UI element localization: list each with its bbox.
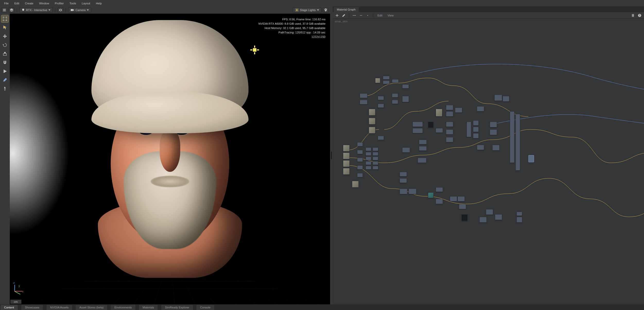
graph-node[interactable] xyxy=(360,100,367,104)
graph-node[interactable] xyxy=(375,78,380,83)
graph-node[interactable] xyxy=(392,93,398,98)
graph-node[interactable] xyxy=(503,96,509,102)
mg-menu-view[interactable]: View xyxy=(386,13,395,17)
pause-icon[interactable] xyxy=(631,13,635,18)
graph-node[interactable] xyxy=(419,140,427,144)
graph-node[interactable] xyxy=(459,204,466,209)
graph-node[interactable] xyxy=(418,158,426,163)
graph-node[interactable] xyxy=(436,109,442,117)
tab-materials[interactable]: Materials xyxy=(139,305,158,310)
viewport-canvas[interactable] xyxy=(10,14,330,304)
graph-node[interactable] xyxy=(413,128,423,133)
graph-node[interactable] xyxy=(436,128,443,133)
graph-node[interactable] xyxy=(400,172,407,176)
menu-window[interactable]: Window xyxy=(37,1,52,6)
graph-node[interactable] xyxy=(477,106,484,111)
tab-console[interactable]: Console xyxy=(196,305,214,310)
graph-node[interactable] xyxy=(378,136,384,140)
rotate-tool[interactable] xyxy=(1,41,8,49)
graph-node[interactable] xyxy=(343,153,350,159)
graph-node[interactable] xyxy=(357,142,363,146)
tab-content[interactable]: Content xyxy=(1,305,18,310)
graph-node[interactable] xyxy=(455,108,462,113)
edit-pencil-icon[interactable] xyxy=(341,13,346,18)
graph-node[interactable] xyxy=(366,152,371,156)
material-graph-tab[interactable]: Material Graph xyxy=(334,7,359,12)
graph-node[interactable] xyxy=(402,84,409,88)
graph-node[interactable] xyxy=(473,120,479,126)
add-node-icon[interactable] xyxy=(335,13,339,18)
select-tool[interactable] xyxy=(1,15,8,22)
light-gizmo-icon[interactable] xyxy=(251,47,258,53)
two-dots-icon[interactable] xyxy=(359,13,363,18)
graph-node[interactable] xyxy=(378,104,384,108)
move-tool[interactable] xyxy=(1,33,8,40)
graph-node[interactable] xyxy=(402,147,410,153)
tab-environments[interactable]: Environments xyxy=(111,305,135,310)
menu-layout[interactable]: Layout xyxy=(79,1,93,6)
graph-node[interactable] xyxy=(517,217,522,223)
graph-node[interactable] xyxy=(383,81,390,84)
graph-node[interactable] xyxy=(446,105,453,110)
graph-node[interactable] xyxy=(373,147,378,151)
hamburger-icon[interactable] xyxy=(2,7,7,13)
graph-node[interactable] xyxy=(473,127,479,132)
graph-node[interactable] xyxy=(428,122,434,128)
tab-simready-explorer[interactable]: SimReady Explorer xyxy=(161,305,193,310)
more-dots-icon[interactable] xyxy=(352,13,357,18)
graph-node[interactable] xyxy=(428,192,434,198)
menu-profiler[interactable]: Profiler xyxy=(52,1,66,6)
graph-node[interactable] xyxy=(383,76,390,79)
graph-node[interactable] xyxy=(402,96,409,102)
graph-node[interactable] xyxy=(366,166,371,170)
graph-output-node[interactable] xyxy=(528,155,534,162)
scale-tool[interactable] xyxy=(1,50,8,57)
graph-node[interactable] xyxy=(419,146,427,151)
graph-node[interactable] xyxy=(479,217,487,223)
graph-node[interactable] xyxy=(357,158,363,162)
graph-node[interactable] xyxy=(490,122,497,127)
graph-node[interactable] xyxy=(446,129,453,135)
measure-tool[interactable] xyxy=(1,85,8,92)
mg-menu-edit[interactable]: Edit xyxy=(376,13,384,17)
graph-node[interactable] xyxy=(446,111,453,117)
graph-node[interactable] xyxy=(343,160,350,167)
graph-node[interactable] xyxy=(366,157,371,160)
graph-node[interactable] xyxy=(369,109,375,116)
play-tool[interactable] xyxy=(1,68,8,75)
graph-node[interactable] xyxy=(357,150,363,154)
graph-node[interactable] xyxy=(490,129,497,135)
tab-showcases[interactable]: Showcases xyxy=(21,305,43,310)
pane-splitter[interactable] xyxy=(330,6,333,304)
graph-node[interactable] xyxy=(400,189,407,194)
graph-node[interactable] xyxy=(409,189,416,194)
graph-node[interactable] xyxy=(373,152,378,156)
camera-dropdown[interactable]: Camera xyxy=(68,7,91,13)
graph-node[interactable] xyxy=(392,100,398,104)
graph-node[interactable] xyxy=(461,214,468,221)
graph-node[interactable] xyxy=(400,178,407,183)
graph-node[interactable] xyxy=(392,79,399,83)
graph-node[interactable] xyxy=(458,196,465,201)
graph-node[interactable] xyxy=(446,137,453,142)
location-pin-icon[interactable] xyxy=(323,7,329,13)
graph-node[interactable] xyxy=(516,114,520,171)
stage-lights-dropdown[interactable]: Stage Lights xyxy=(293,7,321,13)
menu-file[interactable]: File xyxy=(2,1,11,6)
graph-node[interactable] xyxy=(436,199,443,204)
help-icon[interactable] xyxy=(637,13,642,18)
one-dot-icon[interactable] xyxy=(365,13,370,18)
graph-node[interactable] xyxy=(373,157,378,160)
graph-node[interactable] xyxy=(352,181,359,188)
brush-tool[interactable] xyxy=(1,76,8,84)
graph-node[interactable] xyxy=(413,122,423,127)
menu-tools[interactable]: Tools xyxy=(67,1,79,6)
material-graph-canvas[interactable]: einar_skin xyxy=(333,19,644,304)
graph-node[interactable] xyxy=(366,147,371,151)
graph-node[interactable] xyxy=(494,95,502,101)
graph-node[interactable] xyxy=(366,161,371,165)
graph-node[interactable] xyxy=(357,165,363,170)
snap-tool[interactable] xyxy=(1,59,8,66)
tab-nvidia-assets[interactable]: NVIDIA Assets xyxy=(47,305,72,310)
graph-node[interactable] xyxy=(510,111,514,163)
